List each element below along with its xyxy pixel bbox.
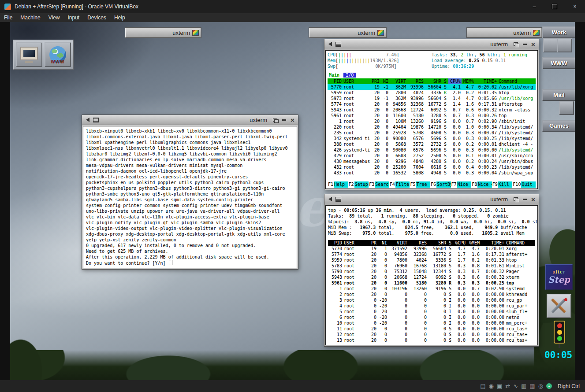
fkey-label[interactable]: SortBy bbox=[436, 181, 451, 188]
window-titlebar[interactable]: uxterm × bbox=[324, 39, 539, 49]
window-menu-button[interactable] bbox=[92, 116, 100, 123]
wharf-mini-tile[interactable] bbox=[543, 38, 558, 52]
minimize-button[interactable] bbox=[280, 116, 288, 123]
htop-column-virt[interactable]: VIRT bbox=[389, 78, 407, 84]
htop-column-res[interactable]: RES bbox=[407, 78, 425, 84]
close-window-button[interactable]: × bbox=[565, 0, 585, 13]
htop-process-row[interactable]: 1root200100M132609196S0.00.70:02.90/sbin… bbox=[328, 118, 536, 124]
menu-machine[interactable]: Machine bbox=[16, 13, 44, 22]
wharf-item-www[interactable]: WWW bbox=[542, 57, 575, 69]
window-titlebar[interactable]: uxterm × bbox=[82, 115, 298, 125]
htop-column-ni[interactable]: NI bbox=[380, 78, 389, 84]
fkey-label[interactable]: Help bbox=[334, 181, 348, 188]
www-browser-icon[interactable]: WWW bbox=[45, 42, 71, 67]
htop-process-row[interactable]: 429root200660827522500S0.00.10:00.01/usr… bbox=[328, 153, 536, 159]
close-button[interactable]: × bbox=[289, 116, 296, 123]
minimize-window-button[interactable]: – bbox=[524, 0, 544, 13]
window-menu-button[interactable] bbox=[335, 196, 342, 203]
network-icon[interactable]: ⇄ bbox=[505, 383, 510, 389]
maximize-window-button[interactable] bbox=[544, 0, 565, 13]
afterstep-logo-icon[interactable]: after Step bbox=[545, 264, 573, 290]
fkey-f1[interactable]: F1 bbox=[328, 181, 334, 188]
htop-column-pri[interactable]: PRI bbox=[371, 78, 380, 84]
menu-help[interactable]: Help bbox=[110, 13, 129, 22]
top-terminal-output[interactable]: top - 00:05:16 up 36 min, 4 users, load … bbox=[325, 205, 538, 345]
window-back-button[interactable] bbox=[84, 116, 91, 123]
menu-devices[interactable]: Devices bbox=[83, 13, 110, 22]
fkey-f6[interactable]: F6 bbox=[430, 181, 436, 188]
usb-icon[interactable]: ∿ bbox=[513, 383, 518, 389]
menu-view[interactable]: View bbox=[45, 13, 64, 22]
htop-process-row[interactable]: 5774root200948563236816772S1.41.60:17.31… bbox=[328, 101, 536, 107]
fkey-label[interactable]: Quit bbox=[521, 181, 536, 188]
tab-io[interactable]: I/O bbox=[343, 73, 356, 78]
wharf-item-games[interactable]: Games bbox=[542, 120, 575, 132]
display-icon[interactable]: ▤ bbox=[480, 383, 485, 389]
htop-column-mem[interactable]: MEM% bbox=[462, 78, 475, 84]
htop-column-pid[interactable]: PID bbox=[328, 78, 343, 84]
minimize-button[interactable] bbox=[521, 41, 529, 48]
fkey-label[interactable]: Filter bbox=[395, 181, 410, 188]
htop-column-cpu[interactable]: CPU% bbox=[448, 78, 462, 84]
winlist-item-uxterm-3[interactable]: uxterm bbox=[466, 27, 542, 38]
window-back-button[interactable] bbox=[326, 196, 334, 203]
menu-file[interactable]: File bbox=[0, 13, 16, 22]
htop-process-row[interactable]: 5959root200780040243336R2.00.20:01.35hto… bbox=[328, 90, 536, 96]
fkey-label[interactable]: Kill bbox=[498, 181, 513, 188]
fkey-f10[interactable]: F10 bbox=[512, 181, 521, 188]
winlist-item-uxterm-2[interactable]: uxterm bbox=[309, 27, 387, 38]
optical-disc-icon[interactable]: ◉ bbox=[489, 383, 494, 389]
htop-process-row[interactable]: 426systemd-ti2009008065765696S0.00.30:00… bbox=[328, 147, 536, 153]
tools-icon[interactable] bbox=[547, 294, 571, 318]
htop-process-row[interactable]: 5973root19-1362M9399656604S1.44.70:05.66… bbox=[328, 96, 536, 101]
fkey-f5[interactable]: F5 bbox=[410, 181, 416, 188]
htop-process-row[interactable]: 5770root19-1362M9399656604S4.14.70:20.02… bbox=[328, 84, 536, 90]
fkey-f3[interactable]: F3 bbox=[369, 181, 375, 188]
window-menu-button[interactable] bbox=[335, 41, 342, 48]
fkey-label[interactable]: Tree bbox=[416, 181, 430, 188]
recording-icon[interactable]: ◎ bbox=[538, 383, 543, 389]
htop-process-row[interactable]: 5961root2001160051803280S0.70.30:00.26to… bbox=[328, 113, 536, 118]
htop-process-row[interactable]: 342systemd-ti2009008065765696S0.00.30:00… bbox=[328, 136, 536, 141]
htop-process-row[interactable]: 5943root20020668127246092S0.70.60:00.32x… bbox=[328, 107, 536, 113]
winlist-item-uxterm-1[interactable]: uxterm bbox=[125, 27, 201, 38]
htop-process-row[interactable]: 220root200494041987614720S0.01.00:00.34/… bbox=[328, 124, 536, 130]
fkey-f7[interactable]: F7 bbox=[451, 181, 457, 188]
fkey-f9[interactable]: F9 bbox=[492, 181, 498, 188]
monitor-icon[interactable] bbox=[16, 42, 42, 67]
htop-terminal-output[interactable]: CPU[||||| 7.4%] Mem[||||||||||||193M/1.9… bbox=[325, 50, 538, 189]
fkey-f4[interactable]: F4 bbox=[389, 181, 395, 188]
maximize-button[interactable] bbox=[272, 116, 279, 123]
htop-process-row[interactable]: 433root2001653258084948S0.00.30:00.04/sb… bbox=[328, 170, 536, 176]
htop-column-s[interactable]: S bbox=[442, 78, 448, 84]
window-back-button[interactable] bbox=[326, 41, 334, 48]
fkey-label[interactable]: Nice + bbox=[477, 181, 492, 188]
htop-column-command[interactable]: Command bbox=[498, 78, 536, 84]
harddisk-icon[interactable]: ▣ bbox=[497, 383, 502, 389]
wharf-mini-tile[interactable] bbox=[559, 101, 574, 115]
close-button[interactable]: × bbox=[529, 41, 537, 48]
htop-column-user[interactable]: USER bbox=[343, 78, 371, 84]
htop-process-row[interactable]: 430messagebus200929648484280S0.00.20:00.… bbox=[328, 159, 536, 164]
clipboard-icon[interactable]: ▦ bbox=[529, 383, 535, 389]
maximize-button[interactable] bbox=[513, 196, 520, 203]
htop-process-row[interactable]: 432root2002520076046616S0.00.40:00.23/li… bbox=[328, 164, 536, 170]
traffic-light-icon[interactable] bbox=[551, 321, 567, 349]
vbox-titlebar[interactable]: Debian + AfterStep [Running] - Oracle VM… bbox=[0, 0, 585, 13]
maximize-button[interactable] bbox=[513, 41, 520, 48]
mouse-integration-icon[interactable]: ▲ bbox=[546, 383, 552, 389]
tab-main[interactable]: Main bbox=[328, 73, 341, 78]
htop-column-time[interactable]: TIME+ bbox=[475, 78, 498, 84]
menu-input[interactable]: Input bbox=[64, 13, 84, 22]
fkey-f2[interactable]: F2 bbox=[348, 181, 354, 188]
window-titlebar[interactable]: uxterm × bbox=[324, 194, 539, 204]
fkey-label[interactable]: Nice - bbox=[457, 181, 472, 188]
wharf-mini-tile[interactable] bbox=[557, 38, 572, 52]
minimize-button[interactable] bbox=[521, 196, 529, 203]
wharf-item-mail[interactable]: Mail bbox=[542, 89, 575, 101]
htop-column-shr[interactable]: SHR bbox=[425, 78, 442, 84]
shared-folder-icon[interactable]: ▥ bbox=[521, 383, 526, 389]
wharf-item-work[interactable]: Work bbox=[542, 26, 575, 38]
fkey-label[interactable]: Search bbox=[375, 181, 389, 188]
fkey-f8[interactable]: F8 bbox=[471, 181, 477, 188]
